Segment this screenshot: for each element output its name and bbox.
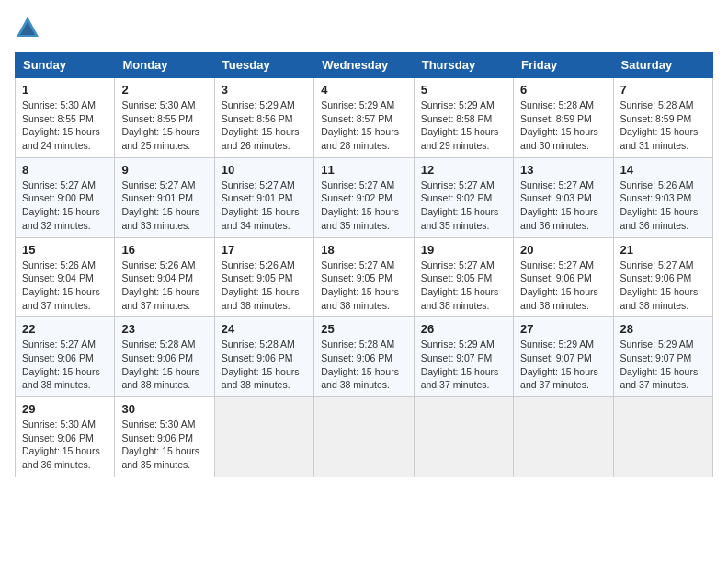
day-info: Sunrise: 5:27 AM Sunset: 9:05 PM Dayligh… <box>321 259 406 313</box>
day-info: Sunrise: 5:28 AM Sunset: 9:06 PM Dayligh… <box>321 338 406 392</box>
col-header-thursday: Thursday <box>414 52 513 78</box>
day-info: Sunrise: 5:29 AM Sunset: 8:57 PM Dayligh… <box>321 98 406 153</box>
day-info: Sunrise: 5:27 AM Sunset: 9:06 PM Dayligh… <box>620 259 706 313</box>
calendar-cell: 23Sunrise: 5:28 AM Sunset: 9:06 PM Dayli… <box>115 317 214 397</box>
calendar-cell <box>414 397 513 477</box>
calendar-cell: 7Sunrise: 5:28 AM Sunset: 8:59 PM Daylig… <box>613 78 712 158</box>
day-info: Sunrise: 5:28 AM Sunset: 9:06 PM Dayligh… <box>121 338 207 392</box>
day-info: Sunrise: 5:29 AM Sunset: 8:58 PM Dayligh… <box>421 98 506 153</box>
calendar-cell: 27Sunrise: 5:29 AM Sunset: 9:07 PM Dayli… <box>514 317 613 397</box>
day-info: Sunrise: 5:27 AM Sunset: 9:00 PM Dayligh… <box>22 178 108 233</box>
calendar-cell: 28Sunrise: 5:29 AM Sunset: 9:07 PM Dayli… <box>613 317 712 397</box>
day-info: Sunrise: 5:29 AM Sunset: 9:07 PM Dayligh… <box>421 338 506 392</box>
day-number: 28 <box>620 322 706 336</box>
calendar-cell <box>314 397 414 477</box>
day-number: 11 <box>321 163 406 177</box>
day-info: Sunrise: 5:29 AM Sunset: 8:56 PM Dayligh… <box>222 98 307 153</box>
day-number: 9 <box>121 163 207 177</box>
day-number: 16 <box>121 243 207 257</box>
calendar-cell: 12Sunrise: 5:27 AM Sunset: 9:02 PM Dayli… <box>414 157 513 237</box>
calendar-cell: 25Sunrise: 5:28 AM Sunset: 9:06 PM Dayli… <box>314 317 414 397</box>
calendar-cell: 26Sunrise: 5:29 AM Sunset: 9:07 PM Dayli… <box>414 317 513 397</box>
day-info: Sunrise: 5:26 AM Sunset: 9:04 PM Dayligh… <box>22 259 108 313</box>
calendar-cell: 15Sunrise: 5:26 AM Sunset: 9:04 PM Dayli… <box>16 237 115 317</box>
day-number: 24 <box>222 322 307 336</box>
day-number: 19 <box>421 243 506 257</box>
day-info: Sunrise: 5:30 AM Sunset: 8:55 PM Dayligh… <box>22 98 108 153</box>
col-header-wednesday: Wednesday <box>314 52 414 78</box>
day-info: Sunrise: 5:30 AM Sunset: 9:06 PM Dayligh… <box>121 418 207 472</box>
calendar-cell: 4Sunrise: 5:29 AM Sunset: 8:57 PM Daylig… <box>314 78 414 158</box>
calendar-cell: 29Sunrise: 5:30 AM Sunset: 9:06 PM Dayli… <box>16 397 115 477</box>
calendar-cell: 8Sunrise: 5:27 AM Sunset: 9:00 PM Daylig… <box>16 157 115 237</box>
header <box>15 15 713 40</box>
day-number: 26 <box>421 322 506 336</box>
logo-icon <box>15 15 40 40</box>
day-info: Sunrise: 5:27 AM Sunset: 9:01 PM Dayligh… <box>121 178 207 233</box>
day-info: Sunrise: 5:30 AM Sunset: 8:55 PM Dayligh… <box>121 98 207 153</box>
day-number: 6 <box>520 83 606 97</box>
col-header-friday: Friday <box>514 52 613 78</box>
calendar-cell: 17Sunrise: 5:26 AM Sunset: 9:05 PM Dayli… <box>214 237 313 317</box>
day-info: Sunrise: 5:28 AM Sunset: 8:59 PM Dayligh… <box>520 98 606 153</box>
day-number: 23 <box>121 322 207 336</box>
calendar-cell: 19Sunrise: 5:27 AM Sunset: 9:05 PM Dayli… <box>414 237 513 317</box>
day-number: 14 <box>620 163 706 177</box>
day-number: 25 <box>321 322 406 336</box>
calendar-table: SundayMondayTuesdayWednesdayThursdayFrid… <box>15 52 713 477</box>
calendar-week-row: 1Sunrise: 5:30 AM Sunset: 8:55 PM Daylig… <box>16 78 713 158</box>
calendar-cell: 2Sunrise: 5:30 AM Sunset: 8:55 PM Daylig… <box>115 78 214 158</box>
calendar-cell: 3Sunrise: 5:29 AM Sunset: 8:56 PM Daylig… <box>214 78 313 158</box>
day-info: Sunrise: 5:27 AM Sunset: 9:05 PM Dayligh… <box>421 259 506 313</box>
day-number: 22 <box>22 322 108 336</box>
calendar-cell: 10Sunrise: 5:27 AM Sunset: 9:01 PM Dayli… <box>214 157 313 237</box>
day-info: Sunrise: 5:27 AM Sunset: 9:06 PM Dayligh… <box>22 338 108 392</box>
day-info: Sunrise: 5:28 AM Sunset: 8:59 PM Dayligh… <box>620 98 706 153</box>
day-number: 3 <box>222 83 307 97</box>
col-header-tuesday: Tuesday <box>214 52 313 78</box>
day-number: 12 <box>421 163 506 177</box>
day-number: 20 <box>520 243 606 257</box>
day-info: Sunrise: 5:29 AM Sunset: 9:07 PM Dayligh… <box>620 338 706 392</box>
day-number: 8 <box>22 163 108 177</box>
calendar-week-row: 15Sunrise: 5:26 AM Sunset: 9:04 PM Dayli… <box>16 237 713 317</box>
day-info: Sunrise: 5:27 AM Sunset: 9:06 PM Dayligh… <box>520 259 606 313</box>
day-number: 1 <box>22 83 108 97</box>
day-number: 18 <box>321 243 406 257</box>
day-number: 10 <box>222 163 307 177</box>
col-header-saturday: Saturday <box>613 52 712 78</box>
day-info: Sunrise: 5:26 AM Sunset: 9:04 PM Dayligh… <box>121 259 207 313</box>
calendar-cell: 6Sunrise: 5:28 AM Sunset: 8:59 PM Daylig… <box>514 78 613 158</box>
calendar-week-row: 8Sunrise: 5:27 AM Sunset: 9:00 PM Daylig… <box>16 157 713 237</box>
day-number: 15 <box>22 243 108 257</box>
calendar-header-row: SundayMondayTuesdayWednesdayThursdayFrid… <box>16 52 713 78</box>
col-header-sunday: Sunday <box>16 52 115 78</box>
calendar-cell: 14Sunrise: 5:26 AM Sunset: 9:03 PM Dayli… <box>613 157 712 237</box>
calendar-cell <box>514 397 613 477</box>
calendar-cell: 21Sunrise: 5:27 AM Sunset: 9:06 PM Dayli… <box>613 237 712 317</box>
day-number: 13 <box>520 163 606 177</box>
day-info: Sunrise: 5:27 AM Sunset: 9:02 PM Dayligh… <box>321 178 406 233</box>
day-info: Sunrise: 5:27 AM Sunset: 9:01 PM Dayligh… <box>222 178 307 233</box>
day-number: 27 <box>520 322 606 336</box>
day-number: 7 <box>620 83 706 97</box>
day-number: 29 <box>22 402 108 416</box>
calendar-cell: 1Sunrise: 5:30 AM Sunset: 8:55 PM Daylig… <box>16 78 115 158</box>
calendar-cell: 13Sunrise: 5:27 AM Sunset: 9:03 PM Dayli… <box>514 157 613 237</box>
day-info: Sunrise: 5:27 AM Sunset: 9:03 PM Dayligh… <box>520 178 606 233</box>
day-number: 17 <box>222 243 307 257</box>
calendar-cell: 20Sunrise: 5:27 AM Sunset: 9:06 PM Dayli… <box>514 237 613 317</box>
calendar-cell: 30Sunrise: 5:30 AM Sunset: 9:06 PM Dayli… <box>115 397 214 477</box>
day-number: 21 <box>620 243 706 257</box>
day-info: Sunrise: 5:26 AM Sunset: 9:05 PM Dayligh… <box>222 259 307 313</box>
day-number: 5 <box>421 83 506 97</box>
day-info: Sunrise: 5:27 AM Sunset: 9:02 PM Dayligh… <box>421 178 506 233</box>
day-info: Sunrise: 5:26 AM Sunset: 9:03 PM Dayligh… <box>620 178 706 233</box>
calendar-week-row: 29Sunrise: 5:30 AM Sunset: 9:06 PM Dayli… <box>16 397 713 477</box>
calendar-cell <box>214 397 313 477</box>
calendar-cell: 16Sunrise: 5:26 AM Sunset: 9:04 PM Dayli… <box>115 237 214 317</box>
calendar-cell: 9Sunrise: 5:27 AM Sunset: 9:01 PM Daylig… <box>115 157 214 237</box>
day-number: 2 <box>121 83 207 97</box>
day-number: 30 <box>121 402 207 416</box>
day-number: 4 <box>321 83 406 97</box>
